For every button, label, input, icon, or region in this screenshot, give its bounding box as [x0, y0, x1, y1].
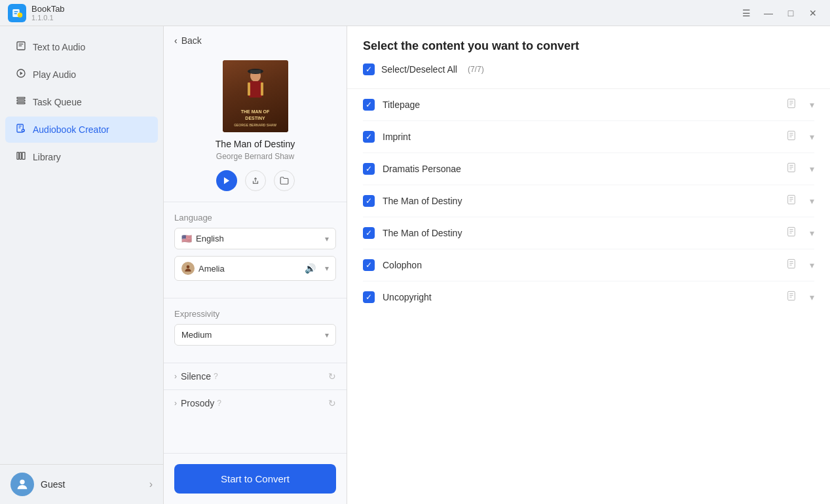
content-item: ✓ Uncopyright ▾ — [363, 281, 814, 313]
right-panel-header: Select the content you want to convert ✓… — [347, 26, 830, 89]
voice-sound-icon[interactable]: 🔊 — [305, 263, 316, 274]
svg-rect-25 — [250, 70, 261, 73]
item-checkbox-1[interactable]: ✓ — [363, 131, 375, 143]
item-label-0: Titlepage — [383, 99, 778, 110]
item-expand-icon-4[interactable]: ▾ — [810, 228, 814, 238]
titlebar: ♪ BookTab 1.1.0.1 ☰ — □ ✕ — [0, 0, 830, 26]
silence-help-icon[interactable]: ? — [214, 372, 218, 381]
silence-row[interactable]: › Silence ? ↻ — [164, 363, 347, 389]
prosody-refresh-icon[interactable]: ↻ — [328, 398, 336, 408]
language-section: Language 🇺🇸 English ▾ Amelia — [164, 202, 347, 298]
item-doc-icon-5 — [786, 259, 797, 272]
sidebar-label-library: Library — [33, 152, 61, 162]
convert-button[interactable]: Start to Convert — [174, 464, 336, 494]
svg-rect-29 — [788, 99, 795, 107]
back-chevron-icon: ‹ — [174, 35, 178, 46]
svg-marker-9 — [20, 71, 23, 75]
menu-button[interactable]: ☰ — [737, 4, 755, 22]
svg-rect-2 — [14, 13, 18, 14]
svg-rect-17 — [20, 153, 22, 160]
content-list: ✓ Titlepage ▾ ✓ Imprint — [347, 89, 830, 504]
svg-point-19 — [20, 480, 24, 484]
svg-rect-21 — [249, 81, 262, 98]
silence-refresh-icon[interactable]: ↻ — [328, 371, 336, 382]
item-expand-icon-5[interactable]: ▾ — [810, 260, 814, 270]
svg-rect-11 — [17, 100, 25, 101]
user-info: Guest — [10, 473, 65, 496]
item-check-icon-1: ✓ — [366, 132, 372, 141]
library-icon — [16, 151, 26, 164]
content-panel: ‹ Back — [164, 26, 347, 504]
svg-text:♪: ♪ — [19, 13, 21, 17]
user-name: Guest — [41, 479, 65, 490]
select-all-badge: (7/7) — [468, 65, 484, 74]
item-expand-icon-1[interactable]: ▾ — [810, 132, 814, 142]
item-doc-icon-2 — [786, 162, 797, 175]
item-checkbox-2[interactable]: ✓ — [363, 163, 375, 175]
language-label: Language — [174, 213, 336, 223]
item-expand-icon-3[interactable]: ▾ — [810, 196, 814, 206]
expressivity-select[interactable]: Medium ▾ — [174, 324, 336, 346]
flag-icon: 🇺🇸 — [181, 234, 192, 243]
sidebar-item-library[interactable]: Library — [5, 144, 158, 170]
export-button[interactable] — [245, 170, 266, 191]
item-checkbox-4[interactable]: ✓ — [363, 227, 375, 239]
item-check-icon-0: ✓ — [366, 100, 372, 109]
svg-marker-26 — [223, 177, 229, 185]
expressivity-select-wrapper: Medium ▾ — [174, 324, 336, 346]
svg-rect-37 — [788, 163, 795, 171]
expressivity-label: Expressivity — [174, 309, 336, 319]
audiobook-creator-icon — [16, 123, 26, 136]
language-select-wrapper: 🇺🇸 English ▾ — [174, 228, 336, 249]
content-item: ✓ The Man of Destiny ▾ — [363, 217, 814, 249]
item-checkbox-0[interactable]: ✓ — [363, 99, 375, 111]
language-value: English — [196, 234, 224, 243]
back-button[interactable]: ‹ Back — [164, 26, 347, 55]
sidebar-item-play-audio[interactable]: Play Audio — [5, 62, 158, 88]
content-item: ✓ Colophon ▾ — [363, 249, 814, 281]
sidebar-item-text-to-audio[interactable]: Text to Audio — [5, 34, 158, 60]
item-doc-icon-0 — [786, 98, 797, 111]
maximize-button[interactable]: □ — [782, 4, 800, 22]
item-expand-icon-6[interactable]: ▾ — [810, 292, 814, 302]
voice-select[interactable]: Amelia 🔊 ▾ — [174, 256, 336, 281]
item-checkbox-6[interactable]: ✓ — [363, 291, 375, 303]
select-all-checkbox[interactable]: ✓ — [363, 63, 375, 75]
item-checkbox-3[interactable]: ✓ — [363, 195, 375, 207]
language-select[interactable]: 🇺🇸 English ▾ — [174, 228, 336, 249]
content-item: ✓ Titlepage ▾ — [363, 89, 814, 121]
play-button[interactable] — [216, 170, 237, 191]
svg-rect-45 — [788, 227, 795, 236]
convert-btn-area: Start to Convert — [164, 453, 347, 504]
text-to-audio-icon — [16, 41, 26, 54]
content-item: ✓ Imprint ▾ — [363, 121, 814, 153]
prosody-row[interactable]: › Prosody ? ↻ — [164, 389, 347, 416]
sidebar-item-audiobook-creator[interactable]: Audiobook Creator — [5, 117, 158, 143]
folder-button[interactable] — [274, 170, 295, 191]
svg-rect-22 — [248, 82, 250, 96]
close-button[interactable]: ✕ — [804, 4, 822, 22]
expressivity-dropdown-icon: ▾ — [325, 331, 329, 340]
silence-label: Silence — [181, 371, 211, 382]
sidebar-item-task-queue[interactable]: Task Queue — [5, 89, 158, 115]
select-all-label: Select/Deselect All — [381, 64, 457, 75]
voice-name: Amelia — [198, 264, 225, 274]
book-info: THE MAN OFDESTINY GEORGE BERNARD SHAW Th… — [164, 55, 347, 202]
prosody-label: Prosody — [181, 398, 214, 408]
book-cover-subtitle: GEORGE BERNARD SHAW — [223, 123, 288, 128]
prosody-help-icon[interactable]: ? — [217, 399, 221, 408]
item-expand-icon-0[interactable]: ▾ — [810, 99, 814, 110]
content-item: ✓ Dramatis Personae ▾ — [363, 153, 814, 185]
svg-rect-10 — [17, 98, 25, 99]
sidebar-nav: Text to Audio Play Audio — [0, 26, 163, 464]
book-author: George Bernard Shaw — [216, 152, 294, 161]
task-queue-icon — [16, 96, 26, 109]
item-expand-icon-2[interactable]: ▾ — [810, 164, 814, 174]
item-check-icon-3: ✓ — [366, 196, 372, 206]
svg-rect-49 — [788, 259, 795, 268]
minimize-button[interactable]: — — [759, 4, 778, 22]
svg-rect-23 — [261, 82, 263, 96]
item-checkbox-5[interactable]: ✓ — [363, 259, 375, 271]
user-chevron-icon[interactable]: › — [149, 478, 153, 490]
sidebar-footer: Guest › — [0, 464, 163, 504]
